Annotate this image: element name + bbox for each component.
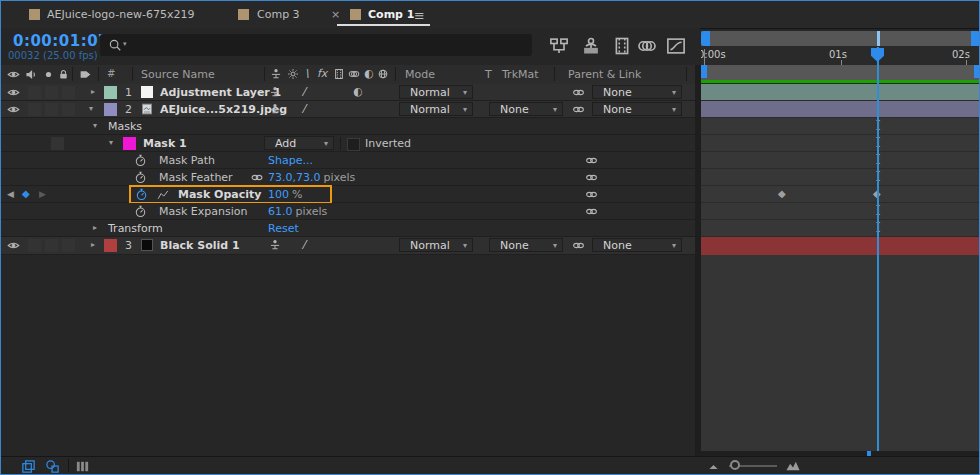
parent-pickwhip-icon[interactable] [572,103,585,116]
label-color-chip[interactable] [104,239,117,252]
solo-toggle[interactable] [45,239,58,252]
lock-icon[interactable] [57,68,70,81]
solo-toggle[interactable] [45,86,58,99]
constrain-link-icon[interactable] [250,171,264,184]
mask-expansion-row[interactable]: Mask Expansion 61.0pixels [1,203,695,220]
transform-row[interactable]: ▸ Transform Reset [1,220,695,237]
zoom-out-icon[interactable] [707,460,720,473]
layer-name[interactable]: Adjustment Layer 1 [160,86,281,99]
frame-blend-column-icon[interactable] [333,68,345,80]
blend-mode-dropdown[interactable]: Normal▾ [399,238,473,252]
navigator-end-handle[interactable] [971,31,980,46]
tab-comp-3[interactable]: Comp 3 [257,8,300,21]
stopwatch-icon[interactable] [134,171,147,184]
keyframe-icon[interactable]: ◆ [778,189,786,199]
property-pickwhip-icon[interactable] [585,205,598,218]
masks-group-row[interactable]: ▾ Masks [1,118,695,135]
mask-feather-value[interactable]: 73.0,73.0pixels [268,171,355,184]
lock-toggle[interactable] [62,103,75,116]
time-ruler[interactable]: 0:00s 01s 02s [701,46,980,65]
mask-feather-row[interactable]: Mask Feather 73.0,73.0pixels [1,169,695,186]
solo-toggle[interactable] [45,103,58,116]
keyframe-toggle-icon[interactable]: ◆ [22,188,30,199]
mask-blend-mode-dropdown[interactable]: Add▾ [264,136,334,150]
audio-toggle[interactable] [28,239,41,252]
label-color-chip[interactable] [104,103,117,116]
collapse-arrow-icon[interactable]: ▾ [93,121,97,130]
mask-toggle[interactable] [51,137,64,150]
mask-path-value[interactable]: Shape... [268,154,313,167]
mode-column[interactable]: Mode [405,68,435,81]
shy-icon[interactable] [270,68,282,80]
shy-icon[interactable] [269,86,281,98]
collapse-transformations-icon[interactable] [287,68,299,80]
panel-menu-icon[interactable]: ≡ [414,8,425,23]
graph-editor-icon[interactable] [666,36,686,56]
effects-fx-icon[interactable]: fx [317,67,327,80]
layer-row-2[interactable]: ▾ 2 AEJuice...5x219.jpeg / Normal▾ None▾… [1,101,695,118]
mask-1-row[interactable]: ▾ Mask 1 Add▾ Inverted [1,135,695,152]
expand-in-out-columns-icon[interactable] [75,459,90,474]
stopwatch-icon[interactable] [134,154,147,167]
mask-opacity-value[interactable]: 100% [268,188,302,201]
expand-arrow-icon[interactable]: ▸ [93,223,97,232]
layer-row-3[interactable]: ▸ 3 Black Solid 1 / Normal▾ None▾ None▾ [1,237,695,255]
property-name[interactable]: Mask Opacity [178,188,261,201]
parent-link-column[interactable]: Parent & Link [568,68,641,81]
quality-icon[interactable]: \ [305,67,309,80]
video-eye-icon[interactable] [7,86,20,99]
masks-group-label[interactable]: Masks [108,120,142,133]
solo-icon[interactable] [42,68,55,81]
work-area-bar[interactable] [701,65,980,80]
source-name-column[interactable]: Source Name [141,68,215,81]
trkmat-column[interactable]: TrkMat [502,68,539,81]
transform-label[interactable]: Transform [108,222,163,235]
video-eye-icon[interactable] [7,103,20,116]
expand-layer-switches-icon[interactable] [21,459,36,474]
shy-icon[interactable] [269,103,281,115]
motion-blur-column-icon[interactable] [348,68,360,80]
close-tab-icon[interactable]: × [331,8,340,21]
stopwatch-active-icon[interactable] [135,188,148,201]
playhead-line[interactable] [877,47,879,451]
current-time-display[interactable]: 0:00:01:07 [13,32,109,50]
label-color-chip[interactable] [104,86,117,99]
parent-pickwhip-icon[interactable] [572,239,585,252]
lock-toggle[interactable] [62,86,75,99]
parent-dropdown[interactable]: None▾ [592,102,682,116]
next-keyframe-icon[interactable]: ▶ [39,189,46,199]
stopwatch-icon[interactable] [134,205,147,218]
3d-layer-column-icon[interactable] [377,68,389,80]
frame-blending-icon[interactable] [612,36,632,56]
adjustment-layer-icon[interactable]: ◐ [353,85,363,98]
layer-1-duration-bar[interactable] [701,84,980,101]
trkmat-dropdown[interactable]: None▾ [489,238,563,252]
collapse-arrow-icon[interactable]: ▾ [109,138,113,147]
expand-arrow-icon[interactable]: ▸ [91,87,95,96]
quality-icon[interactable]: / [302,102,306,115]
layer-name[interactable]: Black Solid 1 [160,239,240,252]
mask-color-chip[interactable] [123,137,136,150]
draft-3d-icon[interactable] [581,36,601,56]
parent-dropdown[interactable]: None▾ [592,85,682,99]
search-input[interactable]: ▾ [100,34,532,56]
quality-icon[interactable]: / [302,85,306,98]
expand-transfer-controls-icon[interactable] [45,459,60,474]
navigator-start-handle[interactable] [701,31,710,46]
tab-aejuice-logo[interactable]: AEJuice-logo-new-675x219 [47,8,194,21]
layer-row-1[interactable]: ▸ 1 Adjustment Layer 1 / ◐ Normal▾ None▾ [1,84,695,101]
trkmat-dropdown[interactable]: None▾ [489,102,563,116]
layer-3-duration-bar[interactable] [701,237,980,255]
lock-toggle[interactable] [62,239,75,252]
layer-2-duration-bar[interactable] [701,101,980,118]
graph-icon[interactable] [156,189,170,201]
zoom-in-icon[interactable] [785,459,801,474]
transform-reset[interactable]: Reset [268,222,299,235]
collapse-arrow-icon[interactable]: ▾ [89,104,93,113]
t-column[interactable]: T [485,68,492,81]
mask-opacity-row[interactable]: ◀ ◆ ▶ Mask Opacity 100% [1,186,695,203]
video-eye-icon[interactable] [7,239,20,252]
property-pickwhip-icon[interactable] [585,171,598,184]
adjustment-layer-column-icon[interactable]: ◐ [364,67,374,80]
property-pickwhip-icon[interactable] [585,188,598,201]
